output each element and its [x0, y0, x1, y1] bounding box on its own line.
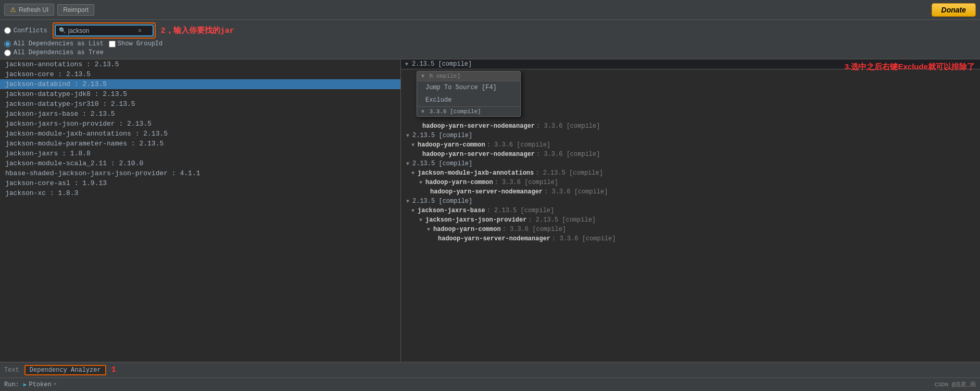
- list-item[interactable]: jackson-datatype-jsr310 : 2.13.5: [0, 99, 400, 109]
- list-item[interactable]: jackson-module-jaxb-annotations : 2.13.5: [0, 129, 400, 139]
- reimport-button[interactable]: Reimport: [57, 4, 94, 16]
- tree-item[interactable]: hadoop-yarn-server-nodemanager : 3.3.6 […: [401, 121, 980, 131]
- chevron-icon: ▼: [406, 199, 409, 204]
- tree-item[interactable]: ▼ jackson-jaxrs-base : 2.13.5 [compile]: [401, 206, 980, 215]
- annotation-number-1: 1: [111, 365, 116, 374]
- context-menu: ▼ h ompile] Jump To Source [F4] Exclude …: [417, 71, 521, 117]
- tree-item[interactable]: ▼ jackson-module-jaxb-annotations : 2.13…: [401, 168, 980, 178]
- all-deps-list-radio[interactable]: [4, 41, 11, 47]
- run-label: Run:: [4, 381, 19, 388]
- chevron-icon: ▼: [406, 133, 409, 139]
- filter-row-2: All Dependencies as List Show GroupId: [4, 40, 976, 47]
- chevron-icon: ▼: [406, 161, 409, 167]
- tree-item[interactable]: hadoop-yarn-server-nodemanager : 3.3.6 […: [401, 150, 980, 159]
- warn-icon: ⚠: [10, 6, 16, 14]
- show-groupid-label[interactable]: Show GroupId: [109, 40, 162, 47]
- list-item[interactable]: jackson-xc : 1.8.3: [0, 188, 400, 198]
- list-item[interactable]: jackson-datatype-jdk8 : 2.13.5: [0, 89, 400, 99]
- tree-item[interactable]: hadoop-yarn-server-nodemanager : 3.3.6 […: [401, 234, 980, 243]
- list-item[interactable]: jackson-jaxrs : 1.8.8: [0, 149, 400, 158]
- context-menu-footer: ▼ 3.3.6 [compile]: [417, 106, 520, 116]
- chevron-icon: ▼: [419, 217, 422, 223]
- right-panel: ▼ 2.13.5 [compile] ▼ h ompile] Jump To S…: [401, 59, 980, 362]
- search-clear-icon[interactable]: ✕: [138, 27, 142, 34]
- dep-analyzer-tab-container: Dependency Analyzer 1: [24, 365, 116, 375]
- chevron-icon: ▼: [405, 62, 408, 67]
- status-close-icon[interactable]: ×: [54, 382, 57, 387]
- search-icon: 🔍: [59, 27, 66, 34]
- list-item[interactable]: jackson-jaxrs-json-provider : 2.13.5: [0, 119, 400, 129]
- list-item[interactable]: jackson-annotations : 2.13.5: [0, 59, 400, 69]
- dependency-analyzer-tab[interactable]: Dependency Analyzer: [24, 365, 106, 375]
- search-box: 🔍 ✕: [55, 25, 154, 36]
- run-icon: ▶: [23, 381, 27, 388]
- tree-item[interactable]: ▼ hadoop-yarn-common : 3.3.6 [compile]: [401, 178, 980, 187]
- status-ptoken-tab[interactable]: ▶ Ptoken ×: [23, 381, 57, 388]
- bottom-tabs: Text Dependency Analyzer 1: [0, 362, 980, 377]
- filter-row-3: All Dependencies as Tree: [4, 49, 976, 56]
- filter-panel: Conflicts 🔍 ✕ 2，输入你要找的jar All Dependenci…: [0, 20, 980, 59]
- donate-button[interactable]: Donate: [932, 3, 976, 17]
- left-panel: jackson-annotations : 2.13.5 jackson-cor…: [0, 59, 401, 362]
- list-item[interactable]: jackson-core : 2.13.5: [0, 69, 400, 79]
- show-groupid-checkbox[interactable]: [109, 41, 116, 47]
- tree-item[interactable]: ▼ 2.13.5 [compile]: [401, 159, 980, 168]
- chevron-icon: ▼: [419, 180, 422, 186]
- context-menu-header: ▼ h ompile]: [417, 71, 520, 81]
- refresh-ui-button[interactable]: ⚠ Refresh UI: [4, 4, 54, 16]
- status-bar-left: Run: ▶ Ptoken ×: [4, 381, 57, 388]
- list-item[interactable]: jackson-core-asl : 1.9.13: [0, 178, 400, 188]
- chevron-icon: ▼: [427, 227, 430, 233]
- all-deps-list-label[interactable]: All Dependencies as List: [4, 40, 104, 47]
- tree-item[interactable]: ▼ hadoop-yarn-common : 3.3.6 [compile]: [401, 225, 980, 234]
- tree-item[interactable]: ▼ hadoop-yarn-common : 3.3.6 [compile]: [401, 140, 980, 150]
- toolbar-left: ⚠ Refresh UI Reimport: [4, 4, 94, 16]
- status-bar: Run: ▶ Ptoken × CSDN @流星_雨: [0, 377, 980, 391]
- exclude-menu-item[interactable]: Exclude: [417, 94, 520, 106]
- annotation-jar: 2，输入你要找的jar: [161, 26, 234, 35]
- tree-item[interactable]: ▼ 2.13.5 [compile]: [401, 131, 980, 140]
- main-content: jackson-annotations : 2.13.5 jackson-cor…: [0, 59, 980, 362]
- tree-item[interactable]: hadoop-yarn-server-nodemanager : 3.3.6 […: [401, 187, 980, 197]
- tree-item[interactable]: ▼ jackson-jaxrs-json-provider : 2.13.5 […: [401, 215, 980, 225]
- right-panel-inner: ▼ 2.13.5 [compile] ▼ h ompile] Jump To S…: [401, 59, 980, 243]
- tree-content: hadoop-yarn-server-nodemanager : 3.3.6 […: [401, 121, 980, 243]
- jump-to-source-menu-item[interactable]: Jump To Source [F4]: [417, 81, 520, 94]
- list-item-selected[interactable]: jackson-databind : 2.13.5: [0, 79, 400, 89]
- chevron-icon: ▼: [411, 142, 414, 148]
- list-item[interactable]: jackson-jaxrs-base : 2.13.5: [0, 109, 400, 119]
- search-highlight: 🔍 ✕: [53, 22, 156, 39]
- status-bar-right: CSDN @流星_雨: [935, 381, 976, 388]
- conflicts-radio-label[interactable]: Conflicts: [4, 27, 47, 34]
- tree-item-first[interactable]: ▼ 2.13.5 [compile]: [401, 59, 980, 69]
- list-item[interactable]: jackson-module-scala_2.11 : 2.10.0: [0, 158, 400, 168]
- all-deps-tree-radio[interactable]: [4, 50, 11, 56]
- filter-row-1: Conflicts 🔍 ✕ 2，输入你要找的jar: [4, 22, 976, 39]
- all-deps-tree-label[interactable]: All Dependencies as Tree: [4, 49, 104, 56]
- text-label: Text: [4, 366, 19, 374]
- chevron-icon: ▼: [411, 208, 414, 214]
- search-input[interactable]: [68, 27, 136, 34]
- chevron-icon: ▼: [411, 170, 414, 176]
- list-item[interactable]: jackson-module-parameter-names : 2.13.5: [0, 139, 400, 149]
- list-item[interactable]: hbase-shaded-jackson-jaxrs-json-provider…: [0, 168, 400, 178]
- tree-item[interactable]: ▼ 2.13.5 [compile]: [401, 197, 980, 206]
- conflicts-radio[interactable]: [4, 27, 11, 34]
- tree-version-label: 2.13.5 [compile]: [412, 60, 472, 68]
- toolbar: ⚠ Refresh UI Reimport Donate: [0, 0, 980, 20]
